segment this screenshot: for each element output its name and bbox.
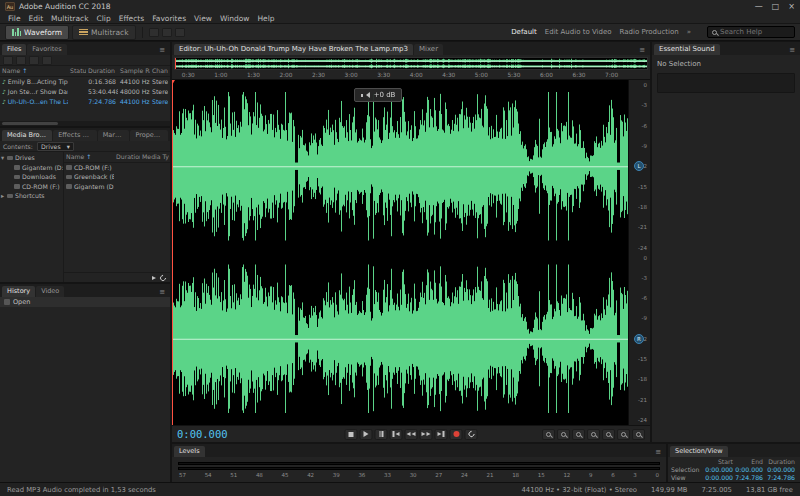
selection-start[interactable]: 0:00.000 [705,466,735,474]
files-horizontal-scrollbar[interactable] [0,121,170,126]
playhead[interactable] [172,80,173,425]
menu-item[interactable]: Effects [115,14,149,23]
tab-selection-view[interactable]: Selection/View [670,446,728,457]
column-name[interactable]: Name [2,66,20,76]
slip-tool-button[interactable] [175,28,185,37]
zoom-in-button[interactable] [542,429,555,440]
tab-video[interactable]: Video [36,286,64,297]
tab-mixer[interactable]: Mixer [414,44,443,55]
column-channels[interactable]: Channels [150,66,168,76]
zoom-in-vertical-button[interactable] [602,429,615,440]
zoom-out-button[interactable] [557,429,570,440]
close-button[interactable]: × [788,2,795,11]
search-help-input[interactable] [720,28,790,36]
menu-item[interactable]: File [4,14,25,23]
loop-playback-button[interactable] [465,429,478,440]
column-media-type[interactable]: Media Ty [140,152,170,162]
overview-playhead[interactable] [175,58,176,69]
menu-item[interactable]: Help [253,14,278,23]
open-file-button[interactable] [16,56,26,65]
right-channel-badge[interactable]: R [634,334,644,344]
tab-media-browser[interactable]: Media Browser [2,130,52,141]
tab-favorites[interactable]: Favorites [27,44,66,55]
play-button[interactable] [360,429,373,440]
tab-levels[interactable]: Levels [174,446,205,457]
tree-item[interactable]: Gigantem (D:) [0,163,63,173]
menu-item[interactable]: Favorites [148,14,190,23]
disclosure-caret[interactable]: ▾ [0,153,5,163]
media-list-row[interactable]: Gigantem (D:) [64,182,170,192]
overview-waveform-canvas[interactable] [175,58,647,69]
view-end[interactable]: 7:24.786 [735,474,765,482]
panel-menu-icon[interactable]: ≡ [156,46,168,55]
minimize-button[interactable]: — [755,2,763,11]
selection-duration[interactable]: 0:00.000 [765,466,797,474]
column-status[interactable]: Status [68,66,86,76]
import-file-button[interactable] [3,56,13,65]
workspace-edit-audio-to-video[interactable]: Edit Audio to Video [545,28,612,36]
tab-properties[interactable]: Properties [130,130,168,141]
workspace-overflow-icon[interactable]: » [687,28,691,36]
tree-item[interactable]: ▾Drives [0,153,63,163]
panel-menu-icon[interactable]: ≡ [786,46,798,55]
tab-editor[interactable]: Editor: Uh-Uh-Oh Donald Trump May Have B… [174,44,413,55]
record-button[interactable] [450,429,463,440]
hud-gain-value[interactable]: +0 dB [374,91,396,99]
panel-menu-icon[interactable]: ≡ [156,288,168,297]
new-file-button[interactable] [29,56,39,65]
column-sample-rate[interactable]: Sample Rate [118,66,150,76]
tree-item[interactable]: Downloads [0,172,63,182]
history-item-open[interactable]: Open [0,297,170,307]
current-time-display[interactable]: 0:00.000 [177,428,228,440]
waveform-display[interactable]: +0 dB 0-3-6-9-12-15-18-21-24 0-3-6-9-12-… [172,80,650,425]
waveform-overview-navigator[interactable] [174,57,648,70]
search-help-box[interactable] [707,26,795,38]
menu-item[interactable]: Multitrack [47,14,92,23]
timeline-ruler[interactable]: 0:301:001:302:002:303:003:304:004:305:00… [172,70,650,80]
multitrack-mode-button[interactable]: Multitrack [72,25,135,40]
menu-item[interactable]: View [190,14,216,23]
preview-play-icon[interactable] [152,276,156,280]
contents-dropdown[interactable]: Drives ▾ [37,142,74,151]
view-start[interactable]: 0:00.000 [705,474,735,482]
file-row[interactable]: ♪Jon Ste...r Show Dark.mp3 53:40.448 480… [0,87,170,97]
panel-menu-icon[interactable]: ≡ [652,448,664,457]
column-duration[interactable]: Duration [114,152,140,162]
move-tool-button[interactable] [149,28,159,37]
scrollbar-thumb[interactable] [2,122,58,125]
menu-item[interactable]: Clip [93,14,115,23]
zoom-out-vertical-button[interactable] [617,429,630,440]
rewind-button[interactable] [405,429,418,440]
stop-button[interactable] [345,429,358,440]
tree-item[interactable]: ▸Shortcuts [0,191,63,201]
fast-forward-button[interactable] [420,429,433,440]
tree-item[interactable]: CD-ROM (F:) [0,182,63,192]
skip-to-end-button[interactable] [435,429,448,440]
menu-item[interactable]: Edit [25,14,48,23]
main-waveform-canvas[interactable] [172,80,628,425]
workspace-default[interactable]: Default [511,28,537,36]
zoom-in-horizontal-button[interactable] [572,429,585,440]
zoom-to-selection-button[interactable] [632,429,645,440]
pause-button[interactable] [375,429,388,440]
disclosure-caret[interactable]: ▸ [0,191,5,201]
tab-effects-rack[interactable]: Effects Rack [53,130,96,141]
workspace-radio-production[interactable]: Radio Production [620,28,679,36]
waveform-mode-button[interactable]: Waveform [5,25,69,40]
view-duration[interactable]: 7:24.786 [765,474,797,482]
column-name[interactable]: Name [66,152,84,162]
file-row-selected[interactable]: ♪Uh-Uh-O...en The Lamp.mp3 7:24.786 4410… [0,97,170,107]
insert-multitrack-button[interactable] [42,56,52,65]
selection-end[interactable]: 0:00.000 [735,466,765,474]
media-list-row[interactable]: Greenback (E:) [64,172,170,182]
tab-markers[interactable]: Markers [98,130,130,141]
panel-menu-icon[interactable]: ≡ [636,46,648,55]
tab-essential-sound[interactable]: Essential Sound [654,44,720,55]
tab-history[interactable]: History [2,286,35,297]
loop-preview-icon[interactable] [159,273,167,281]
maximize-button[interactable]: □ [772,2,780,11]
tab-files[interactable]: Files [2,44,26,55]
column-duration[interactable]: Duration [86,66,118,76]
menu-item[interactable]: Window [216,14,254,23]
file-row[interactable]: ♪Emily B...Acting Tips.mp3 0:16.368 4410… [0,77,170,87]
